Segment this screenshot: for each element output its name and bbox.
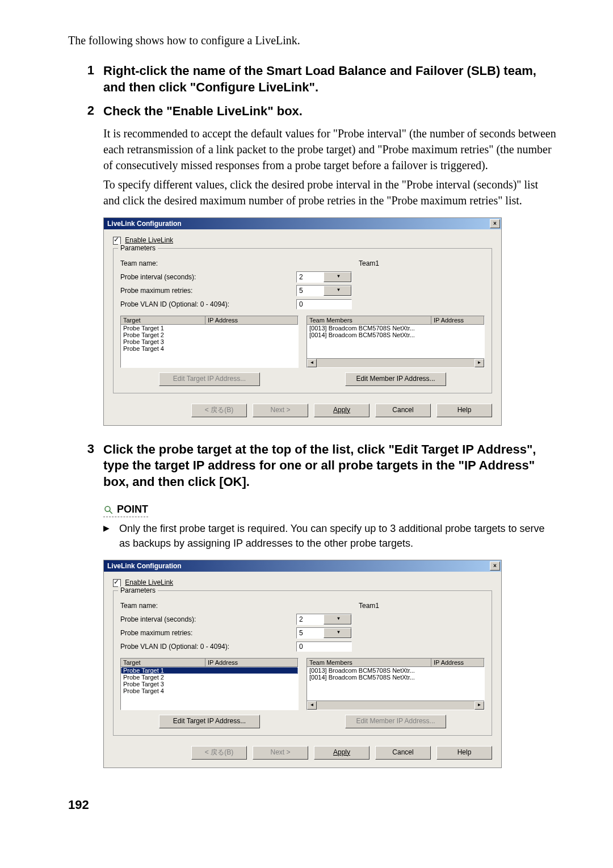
cancel-button[interactable]: Cancel bbox=[375, 746, 431, 760]
target-column-header[interactable]: Target bbox=[121, 316, 205, 324]
target-listbox[interactable]: Target IP Address Probe Target 1 Probe T… bbox=[120, 658, 299, 710]
dialog-title-text: LiveLink Configuration bbox=[107, 220, 182, 228]
members-listbox[interactable]: Team Members IP Address [0013] Broadcom … bbox=[306, 658, 485, 710]
point-block: POINT ▶ Only the first probe target is r… bbox=[103, 504, 556, 550]
list-item[interactable]: [0014] Broadcom BCM5708S NetXtr... bbox=[307, 674, 484, 681]
livelink-dialog-1: LiveLink Configuration × Enable LiveLink… bbox=[103, 217, 502, 426]
edit-member-ip-button[interactable]: Edit Member IP Address... bbox=[345, 715, 446, 728]
team-name-value: Team1 bbox=[296, 259, 379, 267]
scroll-left-icon[interactable]: ◄ bbox=[307, 359, 317, 367]
target-listbox[interactable]: Target IP Address Probe Target 1 Probe T… bbox=[120, 316, 299, 368]
list-item[interactable]: [0014] Broadcom BCM5708S NetXtr... bbox=[307, 332, 484, 338]
back-button[interactable]: < 戻る(B) bbox=[191, 746, 247, 760]
page-number: 192 bbox=[68, 798, 556, 812]
help-button[interactable]: Help bbox=[436, 746, 492, 760]
target-ip-column-header[interactable]: IP Address bbox=[205, 659, 298, 666]
checkbox-icon[interactable] bbox=[113, 579, 121, 587]
step-3: 3 Click the probe target at the top of t… bbox=[68, 442, 556, 490]
probe-interval-dropdown[interactable]: 2 ▼ bbox=[296, 614, 352, 625]
parameters-label: Parameters bbox=[118, 586, 158, 594]
member-ip-column-header[interactable]: IP Address bbox=[431, 659, 484, 666]
dialog-titlebar: LiveLink Configuration × bbox=[104, 218, 501, 229]
probe-interval-value: 2 bbox=[297, 273, 324, 281]
list-item[interactable]: Probe Target 1 bbox=[121, 667, 298, 674]
probe-vlan-input[interactable]: 0 bbox=[296, 299, 352, 309]
chevron-down-icon[interactable]: ▼ bbox=[324, 614, 351, 624]
step-2-title: Check the "Enable LiveLink" box. bbox=[103, 103, 303, 120]
horizontal-scrollbar[interactable]: ◄ ► bbox=[307, 701, 484, 710]
list-item[interactable]: [0013] Broadcom BCM5708S NetXtr... bbox=[307, 667, 484, 674]
edit-target-ip-button[interactable]: Edit Target IP Address... bbox=[159, 372, 260, 386]
close-icon[interactable]: × bbox=[490, 219, 500, 228]
help-button[interactable]: Help bbox=[436, 404, 492, 417]
back-button[interactable]: < 戻る(B) bbox=[191, 404, 247, 417]
enable-livelink-checkbox[interactable]: Enable LiveLink bbox=[113, 236, 492, 245]
probe-retries-value: 5 bbox=[297, 629, 324, 637]
step-2-body-1: It is recommended to accept the default … bbox=[103, 125, 556, 173]
probe-retries-dropdown[interactable]: 5 ▼ bbox=[296, 627, 352, 639]
enable-livelink-checkbox[interactable]: Enable LiveLink bbox=[113, 578, 492, 587]
chevron-down-icon[interactable]: ▼ bbox=[324, 272, 351, 282]
dialog-titlebar: LiveLink Configuration × bbox=[104, 560, 501, 572]
probe-interval-label: Probe interval (seconds): bbox=[120, 615, 296, 623]
chevron-down-icon[interactable]: ▼ bbox=[324, 628, 351, 638]
step-3-number: 3 bbox=[68, 442, 103, 490]
close-icon[interactable]: × bbox=[490, 561, 500, 571]
bullet-icon: ▶ bbox=[103, 522, 119, 550]
point-label: POINT bbox=[117, 504, 148, 515]
probe-retries-label: Probe maximum retries: bbox=[120, 287, 296, 295]
probe-retries-dropdown[interactable]: 5 ▼ bbox=[296, 285, 352, 296]
enable-livelink-label: Enable LiveLink bbox=[125, 236, 173, 244]
scroll-right-icon[interactable]: ► bbox=[475, 701, 484, 710]
probe-vlan-label: Probe VLAN ID (Optional: 0 - 4094): bbox=[120, 643, 296, 651]
target-column-header[interactable]: Target bbox=[121, 659, 205, 666]
list-item[interactable]: Probe Target 1 bbox=[121, 325, 298, 332]
list-item[interactable]: Probe Target 2 bbox=[121, 332, 298, 338]
list-item[interactable]: Probe Target 3 bbox=[121, 681, 298, 687]
list-item[interactable]: Probe Target 4 bbox=[121, 345, 298, 352]
team-name-label: Team name: bbox=[120, 259, 296, 267]
probe-interval-value: 2 bbox=[297, 615, 324, 623]
step-1-number: 1 bbox=[68, 63, 103, 95]
livelink-dialog-2: LiveLink Configuration × Enable LiveLink… bbox=[103, 560, 502, 768]
members-listbox[interactable]: Team Members IP Address [0013] Broadcom … bbox=[306, 316, 485, 368]
step-3-title: Click the probe target at the top of the… bbox=[103, 442, 556, 490]
edit-member-ip-button[interactable]: Edit Member IP Address... bbox=[345, 372, 446, 386]
scroll-left-icon[interactable]: ◄ bbox=[307, 701, 317, 710]
list-item[interactable]: Probe Target 2 bbox=[121, 674, 298, 681]
checkbox-icon[interactable] bbox=[113, 237, 121, 245]
step-1: 1 Right-click the name of the Smart Load… bbox=[68, 63, 556, 95]
point-header: POINT bbox=[103, 504, 148, 517]
step-2-number: 2 bbox=[68, 103, 103, 120]
member-ip-column-header[interactable]: IP Address bbox=[431, 316, 484, 324]
target-ip-column-header[interactable]: IP Address bbox=[205, 316, 298, 324]
step-2-body-2: To specify different values, click the d… bbox=[103, 177, 556, 208]
magnifier-icon bbox=[103, 505, 114, 515]
step-2: 2 Check the "Enable LiveLink" box. bbox=[68, 103, 556, 120]
parameters-groupbox: Parameters Team name: Team1 Probe interv… bbox=[113, 248, 492, 393]
team-name-value: Team1 bbox=[296, 602, 379, 610]
next-button[interactable]: Next > bbox=[253, 746, 308, 760]
edit-target-ip-button[interactable]: Edit Target IP Address... bbox=[159, 715, 260, 728]
intro-text: The following shows how to configure a L… bbox=[68, 34, 556, 47]
cancel-button[interactable]: Cancel bbox=[375, 404, 431, 417]
probe-retries-value: 5 bbox=[297, 287, 324, 295]
scroll-right-icon[interactable]: ► bbox=[475, 359, 484, 367]
apply-button[interactable]: Apply bbox=[314, 404, 370, 417]
point-text: Only the first probe target is required.… bbox=[119, 522, 556, 550]
dialog-title-text: LiveLink Configuration bbox=[107, 562, 182, 570]
next-button[interactable]: Next > bbox=[253, 404, 308, 417]
members-column-header[interactable]: Team Members bbox=[307, 659, 431, 666]
list-item[interactable]: [0013] Broadcom BCM5708S NetXtr... bbox=[307, 325, 484, 332]
probe-vlan-label: Probe VLAN ID (Optional: 0 - 4094): bbox=[120, 300, 296, 308]
chevron-down-icon[interactable]: ▼ bbox=[324, 286, 351, 296]
enable-livelink-label: Enable LiveLink bbox=[125, 578, 173, 586]
list-item[interactable]: Probe Target 3 bbox=[121, 338, 298, 345]
list-item[interactable]: Probe Target 4 bbox=[121, 687, 298, 694]
apply-button[interactable]: Apply bbox=[314, 746, 370, 760]
probe-vlan-input[interactable]: 0 bbox=[296, 641, 352, 652]
probe-interval-dropdown[interactable]: 2 ▼ bbox=[296, 271, 352, 283]
members-column-header[interactable]: Team Members bbox=[307, 316, 431, 324]
svg-line-1 bbox=[110, 510, 112, 513]
horizontal-scrollbar[interactable]: ◄ ► bbox=[307, 358, 484, 367]
